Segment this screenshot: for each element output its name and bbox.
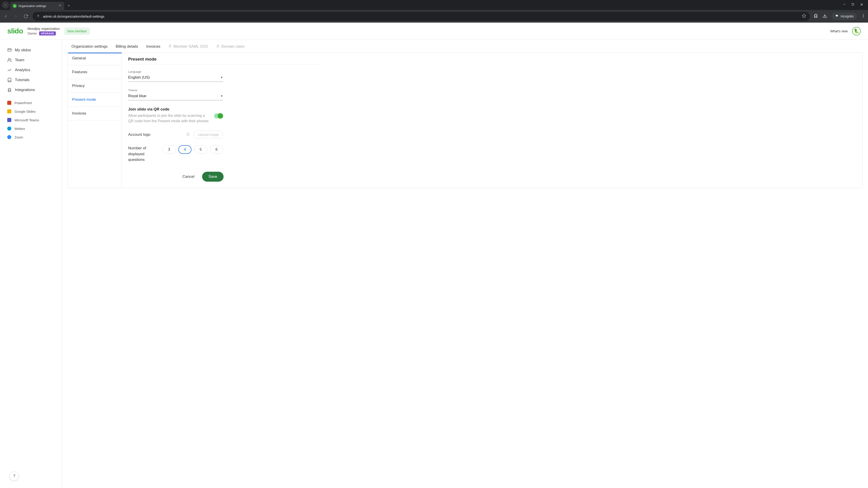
toggle-knob bbox=[218, 113, 223, 119]
back-button[interactable] bbox=[3, 13, 9, 20]
sidebar-item-team[interactable]: Team bbox=[0, 55, 62, 65]
minimize-icon[interactable] bbox=[843, 3, 846, 7]
tab-billing[interactable]: Billing details bbox=[116, 44, 138, 53]
sidebar-item-label: Team bbox=[15, 58, 24, 62]
integration-label: Zoom bbox=[14, 135, 23, 139]
browser-menu-icon[interactable] bbox=[861, 14, 865, 19]
sidebar-item-label: Integrations bbox=[15, 88, 35, 92]
webex-icon bbox=[7, 127, 11, 131]
svg-rect-16 bbox=[8, 48, 11, 51]
tab-favicon: s bbox=[13, 4, 17, 8]
tab-saml[interactable]: Member SAML SSO bbox=[168, 44, 208, 53]
upload-image-button[interactable]: Upload image bbox=[193, 131, 223, 138]
q-opt-5[interactable]: 5 bbox=[194, 145, 207, 154]
bookmark-icon[interactable] bbox=[802, 13, 806, 19]
questions-label: Number of displayed questions bbox=[128, 145, 149, 163]
question-options: 3 4 5 6 bbox=[162, 145, 223, 154]
reload-button[interactable] bbox=[23, 13, 29, 20]
tab-domain-claim[interactable]: Domain claim bbox=[216, 44, 245, 53]
tab-org-settings[interactable]: Organization settings bbox=[71, 44, 107, 53]
svg-point-6 bbox=[38, 15, 39, 17]
close-tab-icon[interactable] bbox=[58, 4, 61, 8]
qr-toggle[interactable] bbox=[214, 113, 223, 119]
sidebar-integration-powerpoint[interactable]: PowerPoint bbox=[0, 98, 62, 107]
chevron-down-icon: ▼ bbox=[220, 76, 223, 79]
logo[interactable]: slido bbox=[7, 27, 23, 35]
theme-value: Royal blue bbox=[128, 94, 146, 98]
incognito-badge[interactable]: Incognito bbox=[832, 13, 857, 20]
url-bar[interactable]: admin.sli.do/organization/default-settin… bbox=[33, 12, 810, 21]
chevron-down-icon: ▼ bbox=[220, 94, 223, 98]
settings-nav-general[interactable]: General bbox=[68, 53, 122, 65]
settings-content: Present mode Language English (US) ▼ The… bbox=[122, 53, 325, 188]
address-bar: admin.sli.do/organization/default-settin… bbox=[0, 10, 868, 23]
upgrade-badge[interactable]: UPGRADE bbox=[39, 31, 56, 35]
sidebar-item-label: Analytics bbox=[15, 68, 30, 72]
svg-point-15 bbox=[863, 17, 864, 18]
org-role: Owner bbox=[28, 32, 37, 35]
sidebar-integration-zoom[interactable]: Zoom bbox=[0, 133, 62, 141]
sidebar-integration-google-slides[interactable]: Google Slides bbox=[0, 107, 62, 116]
account-logo-label: Account logo bbox=[128, 132, 150, 137]
svg-marker-11 bbox=[802, 14, 806, 18]
close-window-icon[interactable] bbox=[860, 3, 864, 7]
settings-nav: General Features Privacy Present mode In… bbox=[68, 53, 122, 188]
browser-tab-bar: s Organization settings + bbox=[0, 0, 868, 10]
slidos-icon bbox=[7, 48, 12, 53]
forward-button[interactable] bbox=[13, 13, 19, 20]
whats-new-link[interactable]: What's new bbox=[830, 29, 848, 33]
q-opt-4[interactable]: 4 bbox=[178, 145, 191, 154]
settings-nav-features[interactable]: Features bbox=[68, 65, 122, 79]
top-tabs: Organization settings Billing details In… bbox=[67, 40, 863, 53]
extensions-icon[interactable] bbox=[813, 13, 818, 19]
lock-icon bbox=[186, 132, 190, 137]
tab-invoices[interactable]: Invoices bbox=[146, 44, 160, 53]
save-button[interactable]: Save bbox=[202, 172, 223, 182]
sidebar-item-label: My slidos bbox=[15, 48, 31, 53]
sidebar-item-integrations[interactable]: Integrations bbox=[0, 85, 62, 95]
language-field: Language English (US) ▼ bbox=[128, 70, 223, 82]
svg-point-18 bbox=[8, 59, 10, 60]
browser-tab[interactable]: s Organization settings bbox=[10, 2, 64, 10]
language-select[interactable]: English (US) ▼ bbox=[128, 74, 223, 82]
svg-rect-21 bbox=[187, 134, 189, 135]
sidebar-item-tutorials[interactable]: Tutorials bbox=[0, 75, 62, 85]
zoom-icon bbox=[7, 135, 11, 139]
q-opt-3[interactable]: 3 bbox=[162, 145, 176, 154]
sidebar: My slidos Team Analytics Tutorials Integ… bbox=[0, 40, 62, 488]
svg-point-14 bbox=[863, 15, 864, 16]
integration-label: Google Slides bbox=[14, 109, 35, 113]
tab-search-dropdown[interactable] bbox=[2, 1, 9, 8]
analytics-icon bbox=[7, 68, 12, 72]
incognito-icon bbox=[835, 14, 839, 19]
powerpoint-icon bbox=[7, 101, 11, 105]
cancel-button[interactable]: Cancel bbox=[178, 172, 199, 182]
q-opt-6[interactable]: 6 bbox=[210, 145, 223, 154]
sidebar-item-my-slidos[interactable]: My slidos bbox=[0, 45, 62, 55]
sidebar-item-analytics[interactable]: Analytics bbox=[0, 65, 62, 75]
avatar[interactable]: 🦜 bbox=[852, 27, 861, 35]
account-logo-row: Account logo Upload image bbox=[128, 131, 223, 138]
help-button[interactable]: ? bbox=[9, 471, 19, 481]
language-value: English (US) bbox=[128, 75, 150, 80]
sidebar-integration-ms-teams[interactable]: Microsoft Teams bbox=[0, 116, 62, 124]
settings-nav-invoices[interactable]: Invoices bbox=[68, 107, 122, 121]
new-tab-button[interactable]: + bbox=[65, 2, 72, 9]
lock-icon bbox=[216, 44, 219, 49]
new-interface-badge[interactable]: New interface bbox=[64, 28, 90, 35]
integration-label: Webex bbox=[14, 127, 25, 131]
maximize-icon[interactable] bbox=[851, 3, 855, 7]
integration-label: Microsoft Teams bbox=[14, 118, 39, 122]
tab-title: Organization settings bbox=[19, 4, 57, 8]
downloads-icon[interactable] bbox=[823, 13, 827, 19]
settings-nav-privacy[interactable]: Privacy bbox=[68, 79, 122, 93]
qr-desc: Allow participants to join the slido by … bbox=[128, 113, 210, 124]
site-settings-icon[interactable] bbox=[36, 14, 40, 19]
theme-select[interactable]: Royal blue ▼ bbox=[128, 93, 223, 100]
sidebar-integration-webex[interactable]: Webex bbox=[0, 124, 62, 133]
sidebar-item-label: Tutorials bbox=[15, 78, 30, 82]
settings-nav-present-mode[interactable]: Present mode bbox=[68, 93, 122, 107]
integrations-icon bbox=[7, 88, 12, 92]
language-label: Language bbox=[128, 70, 223, 73]
qr-toggle-row: Join slido via QR code Allow participant… bbox=[128, 107, 223, 124]
